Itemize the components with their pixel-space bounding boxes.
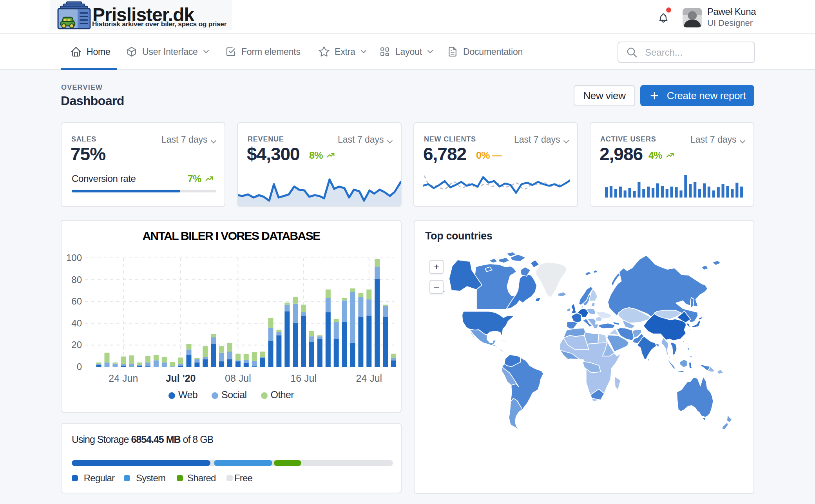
svg-text:80: 80 xyxy=(71,274,82,285)
svg-text:40: 40 xyxy=(71,318,82,328)
svg-text:16 Jul: 16 Jul xyxy=(290,373,317,384)
svg-text:24 Jul: 24 Jul xyxy=(356,373,382,384)
svg-text:60: 60 xyxy=(71,296,82,306)
svg-text:08 Jul: 08 Jul xyxy=(225,373,251,384)
svg-text:0: 0 xyxy=(77,361,82,372)
svg-text:100: 100 xyxy=(66,252,82,263)
svg-text:24 Jun: 24 Jun xyxy=(109,373,138,384)
svg-text:Jul '20: Jul '20 xyxy=(166,373,196,384)
svg-text:20: 20 xyxy=(71,339,82,350)
